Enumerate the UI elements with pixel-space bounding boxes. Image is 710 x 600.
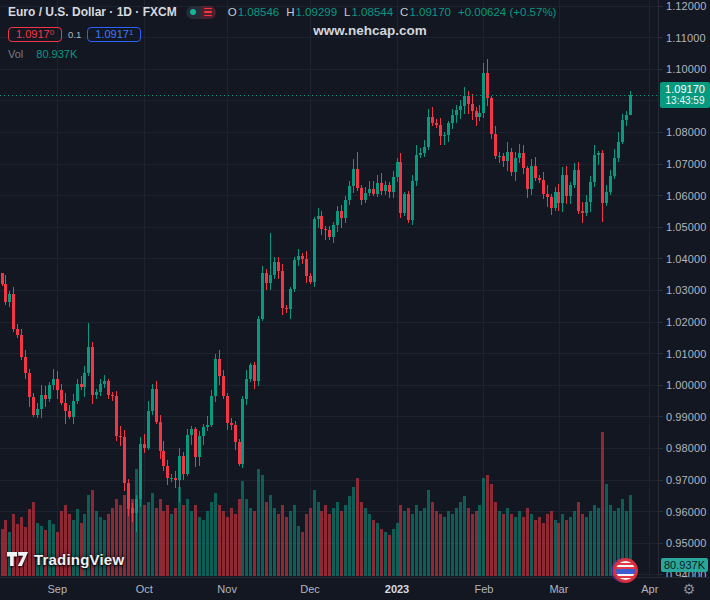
- price-tick-mark: [659, 416, 663, 417]
- ask-sup: 1: [129, 28, 133, 37]
- candle: [206, 416, 209, 431]
- gear-icon[interactable]: ⚙: [678, 581, 700, 598]
- candle: [471, 94, 474, 120]
- time-axis[interactable]: SepOctNovDec2023FebMarApr: [0, 577, 710, 600]
- candle: [159, 415, 162, 459]
- candle: [577, 162, 580, 215]
- candle: [40, 385, 43, 418]
- menu-icon: [201, 6, 216, 19]
- tradingview-logo[interactable]: TradingView: [7, 551, 124, 568]
- candle: [380, 173, 383, 194]
- current-price-value: 1.09170: [660, 84, 710, 95]
- candle: [107, 379, 110, 400]
- time-tick-label: Dec: [300, 583, 320, 595]
- candle: [245, 370, 248, 405]
- candle: [486, 59, 489, 107]
- candle: [273, 257, 276, 278]
- candle: [534, 157, 537, 181]
- candle: [605, 185, 608, 206]
- ask-main: 1.0917: [95, 28, 129, 41]
- tradingview-chart-window: www.nehcap.com Euro / U.S. Dollar · 1D ·…: [0, 0, 710, 600]
- time-tick-label: Feb: [474, 583, 493, 595]
- time-tick-label: Mar: [549, 583, 568, 595]
- candle: [415, 145, 418, 186]
- candle: [166, 460, 169, 485]
- candle: [265, 269, 268, 290]
- candle: [155, 381, 158, 424]
- candle: [455, 105, 458, 124]
- candle: [522, 145, 525, 174]
- price-tick-mark: [659, 258, 663, 259]
- legend-visibility-toggle[interactable]: [186, 6, 216, 19]
- candle: [297, 249, 300, 266]
- candle: [16, 324, 19, 338]
- candle: [518, 144, 521, 163]
- candle: [281, 264, 284, 315]
- candle: [214, 354, 217, 402]
- candle: [407, 191, 410, 224]
- candle: [103, 375, 106, 388]
- time-tick-label: 2023: [385, 583, 409, 595]
- candle: [526, 166, 529, 198]
- candle: [115, 391, 118, 441]
- candle: [76, 379, 79, 403]
- candle: [419, 148, 422, 158]
- candle: [423, 140, 426, 157]
- price-tick-label: 0.95000: [666, 537, 706, 549]
- volume-axis-badge: 80.937K: [661, 558, 708, 572]
- price-tick-mark: [659, 480, 663, 481]
- price-tick-mark: [659, 37, 663, 38]
- candle: [4, 275, 7, 305]
- price-tick-label: 1.05000: [666, 221, 706, 233]
- candle: [372, 181, 375, 196]
- candle: [617, 132, 620, 162]
- price-tick-label: 1.12000: [666, 0, 706, 12]
- candle: [36, 403, 39, 418]
- candle: [510, 148, 513, 176]
- candle: [332, 222, 335, 243]
- bar-countdown: 13:43:59: [660, 95, 710, 106]
- candle: [1, 273, 4, 286]
- candle: [151, 384, 154, 415]
- chart-canvas[interactable]: [0, 0, 658, 577]
- ask-price-button[interactable]: 1.09171: [87, 27, 141, 42]
- candle: [52, 369, 55, 390]
- candle: [139, 437, 142, 507]
- symbol-title[interactable]: Euro / U.S. Dollar · 1D · FXCM: [8, 5, 177, 19]
- candle: [376, 175, 379, 197]
- candle: [147, 401, 150, 450]
- bid-main: 1.0917: [16, 28, 50, 41]
- candle: [384, 181, 387, 194]
- candle: [202, 424, 205, 445]
- close-value: 1.09170: [409, 6, 451, 18]
- candle: [277, 257, 280, 279]
- candle: [459, 100, 462, 119]
- candle: [162, 441, 165, 471]
- candle: [198, 431, 201, 465]
- candle: [625, 111, 628, 126]
- price-tick-label: 1.02000: [666, 316, 706, 328]
- price-tick-label: 1.03000: [666, 284, 706, 296]
- candle: [186, 429, 189, 476]
- change-value: +0.00624 (+0.57%): [458, 6, 556, 18]
- price-tick-mark: [659, 385, 663, 386]
- bid-price-button[interactable]: 1.09170: [8, 27, 62, 42]
- candle: [238, 439, 241, 467]
- eye-dot-icon: [186, 6, 201, 19]
- price-tick-mark: [659, 543, 663, 544]
- candle: [301, 253, 304, 264]
- time-tick-label: Apr: [641, 583, 658, 595]
- price-tick-label: 0.98000: [666, 442, 706, 454]
- ohlc-readout: O1.08546 H1.09299 L1.08544 C1.09170 +0.0…: [228, 6, 557, 18]
- candle: [554, 187, 557, 211]
- candle: [324, 226, 327, 240]
- candle: [344, 196, 347, 223]
- price-axis[interactable]: 1.09170 13:43:59 80.937K 1.120001.110001…: [658, 0, 710, 577]
- candle: [32, 393, 35, 418]
- candle: [305, 251, 308, 282]
- bid-ask-row: 1.09170 0.1 1.09171: [8, 27, 556, 42]
- candle: [498, 152, 501, 164]
- candle: [293, 257, 296, 293]
- candle: [348, 181, 351, 205]
- candle: [340, 205, 343, 228]
